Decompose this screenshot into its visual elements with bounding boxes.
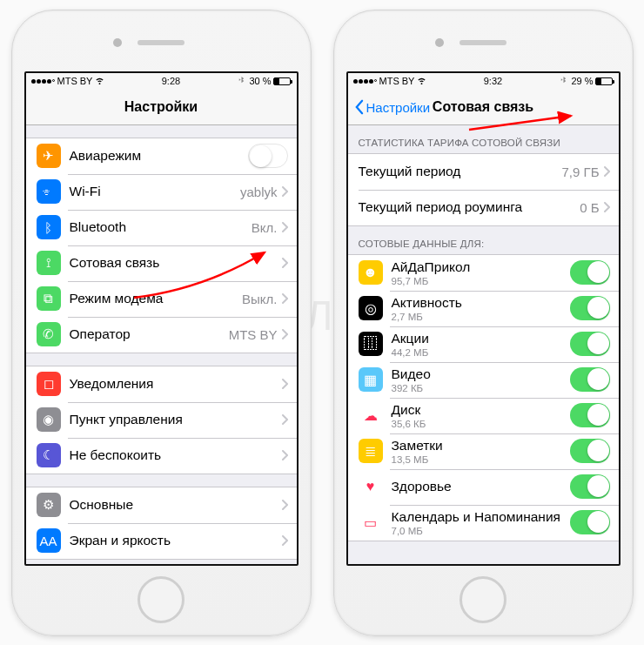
settings-row[interactable]: AAЭкран и яркость	[26, 523, 297, 559]
row-label: Заметки13,5 МБ	[392, 438, 570, 465]
carrier-label: MTS BY	[57, 76, 93, 86]
row-sublabel: 2,7 МБ	[392, 312, 570, 322]
row-label: Основные	[70, 497, 281, 513]
app-row[interactable]: ▭Календарь и Напоминания7,0 МБ	[348, 505, 619, 541]
group-connectivity: ✈АвиарежимᯤWi-FiyablykᛒBluetoothВкл.⟟Сот…	[26, 138, 297, 353]
settings-list[interactable]: ✈АвиарежимᯤWi-FiyablykᛒBluetoothВкл.⟟Сот…	[26, 125, 297, 564]
group-general: ⚙ОсновныеAAЭкран и яркость	[26, 487, 297, 560]
chevron-right-icon	[281, 414, 288, 425]
chevron-right-icon	[603, 202, 610, 212]
bluetooth-icon: ᛒ	[37, 215, 61, 239]
row-label: Календарь и Напоминания7,0 МБ	[392, 509, 570, 536]
app-row[interactable]: ☻АйДаПрикол95,7 МБ	[348, 255, 619, 291]
row-label: Экран и яркость	[70, 533, 281, 548]
row-label: Сотовая связь	[70, 255, 278, 271]
toggle-switch[interactable]	[570, 296, 610, 320]
toggle-switch[interactable]	[570, 474, 610, 499]
row-value: Выкл.	[242, 292, 277, 306]
row-value: yablyk	[240, 185, 278, 199]
notifications-icon: ◻	[37, 372, 61, 396]
app-row[interactable]: ⿲Акции44,2 МБ	[348, 326, 619, 362]
app-videos-icon: ▦	[359, 367, 383, 392]
app-drive-icon: ☁	[359, 403, 383, 427]
apps-header: СОТОВЫЕ ДАННЫЕ ДЛЯ:	[348, 226, 619, 254]
toggle-switch[interactable]	[570, 332, 610, 356]
chevron-right-icon	[281, 258, 288, 268]
settings-row[interactable]: ◉Пункт управления	[26, 402, 297, 438]
general-icon: ⚙	[37, 493, 61, 517]
toggle-switch[interactable]	[570, 439, 610, 463]
settings-row[interactable]: ᯤWi-Fiyablyk	[26, 174, 297, 210]
toggle-switch[interactable]	[570, 510, 610, 534]
status-bar: MTS BY 9:28 30 %	[26, 73, 297, 91]
stats-row[interactable]: Текущий период7,9 ГБ	[348, 154, 619, 190]
row-label: Текущий период роуминга	[359, 199, 580, 215]
app-calendar-icon: ▭	[359, 510, 383, 534]
settings-row[interactable]: ✆ОператорMTS BY	[26, 317, 297, 353]
row-sublabel: 95,7 МБ	[392, 276, 570, 286]
clock: 9:28	[162, 76, 180, 86]
signal-dots-icon	[31, 79, 55, 84]
group-apps: ☻АйДаПрикол95,7 МБ◎Активность2,7 МБ⿲Акци…	[348, 254, 619, 541]
bluetooth-icon	[237, 76, 246, 87]
settings-row[interactable]: ᛒBluetoothВкл.	[26, 210, 297, 245]
app-stocks-icon: ⿲	[359, 332, 383, 356]
app-health-icon: ♥	[359, 474, 383, 499]
toggle-switch[interactable]	[570, 260, 610, 285]
home-button[interactable]	[460, 576, 506, 623]
row-label: Здоровье	[392, 479, 570, 494]
iphone-left: MTS BY 9:28 30 % Настройки ✈АвиарежимᯤWi…	[11, 10, 312, 636]
page-title: Настройки	[124, 99, 198, 115]
chevron-right-icon	[281, 535, 288, 546]
row-value: 0 Б	[580, 200, 599, 215]
toggle-switch[interactable]	[248, 144, 288, 168]
row-label: Активность2,7 МБ	[392, 295, 570, 322]
app-row[interactable]: ≣Заметки13,5 МБ	[348, 433, 619, 469]
battery-icon	[595, 77, 613, 85]
row-label: АйДаПрикол95,7 МБ	[392, 259, 570, 286]
back-button[interactable]: Настройки	[353, 99, 431, 115]
wifi-icon	[95, 76, 104, 87]
carrier-icon: ✆	[37, 322, 61, 346]
chevron-right-icon	[281, 222, 288, 232]
row-sublabel: 392 КБ	[392, 383, 570, 393]
stats-row[interactable]: Текущий период роуминга0 Б	[348, 190, 619, 225]
iphone-right: MTS BY 9:32 29 % Настройки Сотовая связь	[333, 10, 634, 636]
row-label: Bluetooth	[70, 219, 252, 235]
cellular-list[interactable]: СТАТИСТИКА ТАРИФА СОТОВОЙ СВЯЗИ Текущий …	[348, 125, 619, 564]
group-stats: Текущий период7,9 ГБТекущий период роуми…	[348, 153, 619, 226]
app-row[interactable]: ◎Активность2,7 МБ	[348, 291, 619, 326]
settings-row[interactable]: ☾Не беспокоить	[26, 438, 297, 474]
row-label: Оператор	[70, 326, 229, 342]
stats-header: СТАТИСТИКА ТАРИФА СОТОВОЙ СВЯЗИ	[348, 125, 619, 153]
navbar: Настройки	[26, 91, 297, 125]
bluetooth-icon	[559, 76, 568, 87]
settings-row[interactable]: ⟟Сотовая связь	[26, 245, 297, 281]
toggle-switch[interactable]	[570, 367, 610, 392]
chevron-right-icon	[281, 293, 288, 304]
app-row[interactable]: ▦Видео392 КБ	[348, 362, 619, 398]
dnd-icon: ☾	[37, 443, 61, 467]
toggle-switch[interactable]	[570, 403, 610, 427]
group-notifications: ◻Уведомления◉Пункт управления☾Не беспоко…	[26, 366, 297, 474]
settings-row[interactable]: ⧉Режим модемаВыкл.	[26, 281, 297, 317]
row-label: Уведомления	[70, 376, 281, 392]
chevron-right-icon	[281, 500, 288, 510]
app-aidaprikol-icon: ☻	[359, 260, 383, 285]
home-button[interactable]	[138, 576, 184, 623]
row-value: MTS BY	[229, 327, 278, 342]
app-row[interactable]: ☁Диск35,6 КБ	[348, 398, 619, 433]
app-row[interactable]: ♥Здоровье	[348, 469, 619, 505]
row-label: Wi-Fi	[70, 184, 240, 199]
settings-row[interactable]: ⚙Основные	[26, 487, 297, 523]
navbar: Настройки Сотовая связь	[348, 91, 619, 125]
settings-row[interactable]: ✈Авиарежим	[26, 138, 297, 174]
chevron-right-icon	[281, 329, 288, 339]
carrier-label: MTS BY	[379, 76, 415, 86]
settings-row[interactable]: ◻Уведомления	[26, 366, 297, 402]
row-label: Режим модема	[70, 291, 243, 306]
hotspot-icon: ⧉	[37, 286, 61, 311]
chevron-right-icon	[281, 450, 288, 460]
row-sublabel: 13,5 МБ	[392, 454, 570, 465]
row-label: Авиарежим	[70, 148, 248, 164]
